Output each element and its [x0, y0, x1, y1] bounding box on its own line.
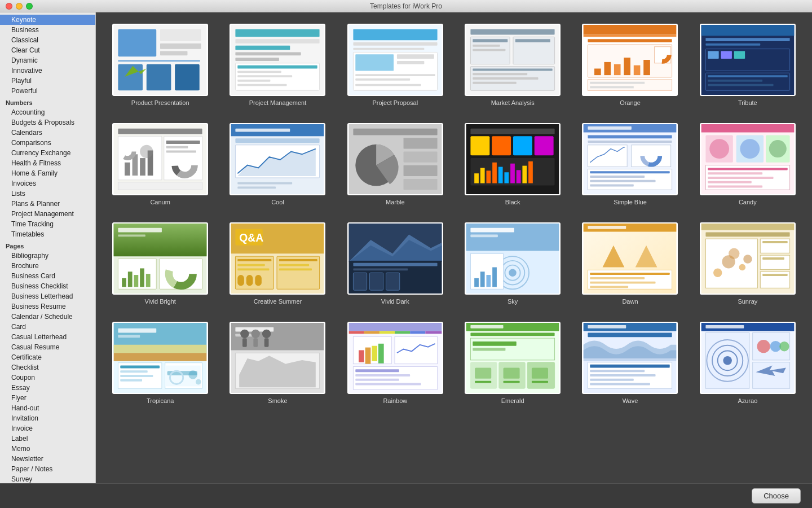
template-thumb-vivid-dark[interactable] — [347, 222, 443, 295]
svg-marker-250 — [240, 356, 316, 387]
sidebar-item-time-tracking[interactable]: Time Tracking — [0, 219, 95, 229]
template-marble[interactable]: Marble — [342, 123, 448, 205]
template-thumb-tribute[interactable] — [700, 24, 796, 96]
template-emerald[interactable]: Emerald — [460, 322, 566, 404]
template-tribute[interactable]: Tribute — [695, 24, 801, 106]
template-thumb-simple-blue[interactable] — [582, 123, 678, 195]
template-thumb-vivid-bright[interactable] — [112, 222, 208, 295]
close-button[interactable] — [6, 3, 12, 10]
template-vivid-dark[interactable]: Vivid Dark — [342, 222, 448, 305]
template-cool[interactable]: Cool — [224, 123, 330, 205]
sidebar-item-accounting[interactable]: Accounting — [0, 107, 95, 117]
template-project-management[interactable]: Project Management — [224, 24, 330, 106]
choose-button[interactable]: Choose — [752, 488, 801, 503]
sidebar-item-innovative[interactable]: Innovative — [0, 65, 95, 76]
maximize-button[interactable] — [26, 3, 33, 10]
template-simple-blue[interactable]: Simple Blue — [577, 123, 683, 205]
sidebar-item-business-checklist[interactable]: Business Checklist — [0, 281, 95, 291]
sidebar-item-calendar[interactable]: Calendar / Schedule — [0, 312, 95, 322]
sidebar-item-coupon[interactable]: Coupon — [0, 373, 95, 383]
sidebar-item-casual-letterhead[interactable]: Casual Letterhead — [0, 332, 95, 342]
sidebar-item-budgets[interactable]: Budgets & Proposals — [0, 117, 95, 128]
sidebar-item-invoices[interactable]: Invoices — [0, 178, 95, 189]
window-controls[interactable] — [6, 3, 33, 10]
template-thumb-wave[interactable] — [582, 322, 678, 394]
sidebar-item-keynote[interactable]: Keynote — [0, 15, 95, 25]
minimize-button[interactable] — [16, 3, 23, 10]
sidebar-item-comparisons[interactable]: Comparisons — [0, 138, 95, 148]
sidebar-item-memo[interactable]: Memo — [0, 444, 95, 454]
sidebar-item-essay[interactable]: Essay — [0, 383, 95, 393]
sidebar-item-currency[interactable]: Currency Exchange — [0, 148, 95, 158]
sidebar-item-card[interactable]: Card — [0, 322, 95, 332]
template-canum[interactable]: Canum — [107, 123, 213, 205]
sidebar-item-checklist[interactable]: Checklist — [0, 362, 95, 373]
sidebar-item-paper-notes[interactable]: Paper / Notes — [0, 464, 95, 474]
sidebar-item-flyer[interactable]: Flyer — [0, 393, 95, 403]
template-thumb-canum[interactable] — [112, 123, 208, 195]
template-project-proposal[interactable]: Project Proposal — [342, 24, 448, 106]
svg-rect-291 — [532, 381, 548, 383]
template-thumb-dawn[interactable] — [582, 222, 678, 295]
template-rainbow[interactable]: Rainbow — [342, 322, 448, 404]
template-thumb-cool[interactable] — [230, 123, 325, 195]
template-thumb-black[interactable] — [465, 123, 561, 195]
sidebar-item-home[interactable]: Home & Family — [0, 168, 95, 178]
template-product-presentation[interactable]: Product Presentation — [107, 24, 213, 106]
sidebar-item-proj-mgmt[interactable]: Project Management — [0, 209, 95, 219]
svg-rect-14 — [236, 52, 301, 55]
template-thumb-market-analysis[interactable] — [465, 24, 561, 96]
template-thumb-sunray[interactable] — [700, 222, 796, 295]
sidebar-item-business-card[interactable]: Business Card — [0, 271, 95, 281]
sidebar-item-playful[interactable]: Playful — [0, 76, 95, 86]
template-thumb-project-proposal[interactable] — [347, 24, 443, 96]
sidebar-item-lists[interactable]: Lists — [0, 189, 95, 199]
template-creative-summer[interactable]: Q&A Creative Sum — [224, 222, 330, 305]
template-sky[interactable]: Sky — [460, 222, 566, 305]
sidebar-item-casual-resume[interactable]: Casual Resume — [0, 342, 95, 352]
sidebar-item-powerful[interactable]: Powerful — [0, 86, 95, 96]
template-thumb-candy[interactable] — [700, 123, 796, 195]
template-thumb-sky[interactable] — [465, 222, 561, 295]
sidebar-item-business[interactable]: Business — [0, 25, 95, 35]
sidebar-item-classical[interactable]: Classical — [0, 35, 95, 45]
sidebar-item-bibliography[interactable]: Bibliography — [0, 251, 95, 261]
template-thumb-marble[interactable] — [347, 123, 443, 195]
template-thumb-smoke[interactable] — [230, 322, 325, 394]
sidebar-item-timetables[interactable]: Timetables — [0, 229, 95, 239]
template-black[interactable]: Black — [460, 123, 566, 205]
sidebar-item-label[interactable]: Label — [0, 433, 95, 444]
template-thumb-azurao[interactable] — [700, 322, 796, 394]
sidebar-item-newsletter[interactable]: Newsletter — [0, 454, 95, 464]
template-thumb-creative-summer[interactable]: Q&A — [230, 222, 325, 295]
template-thumb-orange[interactable] — [582, 24, 678, 96]
template-azurao[interactable]: Azurao — [695, 322, 801, 404]
template-thumb-emerald[interactable] — [465, 322, 561, 394]
sidebar-item-business-letterhead[interactable]: Business Letterhead — [0, 291, 95, 301]
template-market-analysis[interactable]: Market Analysis — [460, 24, 566, 106]
template-thumb-rainbow[interactable] — [347, 322, 443, 394]
template-thumb-product-presentation[interactable] — [112, 24, 208, 96]
template-candy[interactable]: Candy — [695, 123, 801, 205]
template-tropicana[interactable]: Tropicana — [107, 322, 213, 404]
sidebar-item-handout[interactable]: Hand-out — [0, 403, 95, 413]
sidebar-item-plans[interactable]: Plans & Planner — [0, 199, 95, 209]
sidebar-item-brochure[interactable]: Brochure — [0, 261, 95, 271]
template-thumb-project-management[interactable] — [230, 24, 325, 96]
sidebar-item-certificate[interactable]: Certificate — [0, 352, 95, 362]
sidebar-item-invitation[interactable]: Invitation — [0, 413, 95, 423]
template-vivid-bright[interactable]: Vivid Bright — [107, 222, 213, 305]
template-orange[interactable]: Orange — [577, 24, 683, 106]
sidebar-item-dynamic[interactable]: Dynamic — [0, 55, 95, 65]
sidebar-item-calendars[interactable]: Calendars — [0, 128, 95, 138]
sidebar-item-business-resume[interactable]: Business Resume — [0, 301, 95, 312]
template-dawn[interactable]: Dawn — [577, 222, 683, 305]
templates-grid: Product Presentation — [107, 24, 801, 404]
sidebar-item-clear-cut[interactable]: Clear Cut — [0, 45, 95, 55]
template-smoke[interactable]: Smoke — [224, 322, 330, 404]
template-wave[interactable]: Wave — [577, 322, 683, 404]
template-thumb-tropicana[interactable] — [112, 322, 208, 394]
sidebar-item-invoice[interactable]: Invoice — [0, 423, 95, 433]
sidebar-item-health[interactable]: Health & Fitness — [0, 158, 95, 168]
template-sunray[interactable]: Sunray — [695, 222, 801, 305]
